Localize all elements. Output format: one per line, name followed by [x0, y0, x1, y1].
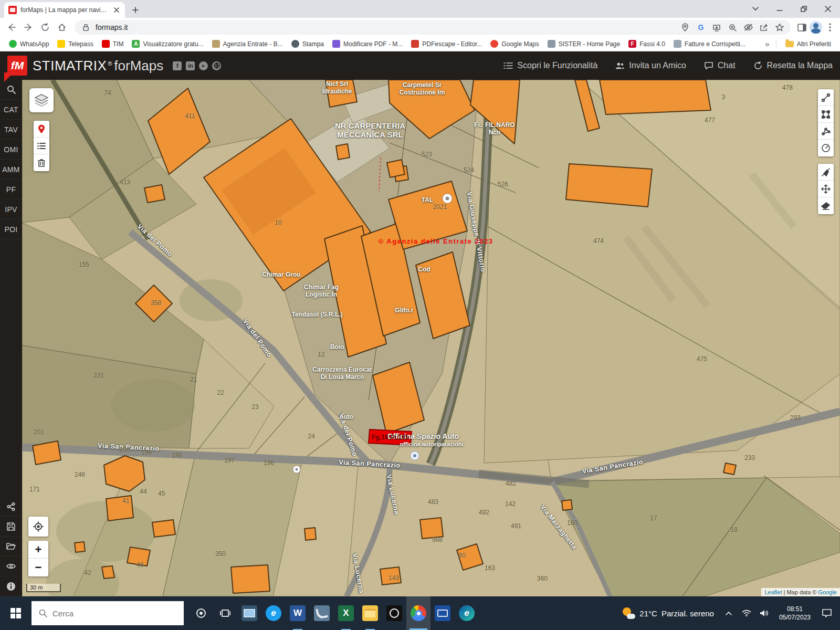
sidebar-item-omi[interactable]: OMI: [0, 140, 22, 160]
menu-reset-map[interactable]: Resetta la Mappa: [753, 61, 833, 70]
taskbar-app-mail-app[interactable]: [430, 596, 455, 630]
bookmark-favicon: F: [628, 40, 636, 48]
pan-move-button[interactable]: [818, 181, 834, 197]
taskbar-app-phone-app[interactable]: [310, 596, 334, 630]
bookmark-item[interactable]: Google Maps: [487, 38, 542, 49]
taskbar-app-folder-app[interactable]: [358, 596, 382, 630]
info-icon[interactable]: [0, 576, 22, 596]
restore-button[interactable]: [792, 0, 816, 18]
taskbar-app-chrome[interactable]: [406, 596, 430, 630]
bookmarks-overflow-chevron[interactable]: »: [760, 39, 774, 48]
browser-tab[interactable]: forMaps | La mappa per navigar: [4, 2, 125, 18]
taskbar-app-internet-explorer[interactable]: e: [261, 596, 286, 630]
taskbar-app-edge[interactable]: e: [455, 596, 479, 630]
trash-button[interactable]: [34, 154, 49, 171]
formaps-logo[interactable]: fM: [7, 56, 27, 76]
reload-button[interactable]: [38, 20, 52, 35]
bookmark-label: Visualizzatore gratu...: [143, 40, 203, 48]
bookmark-item[interactable]: TIM: [98, 38, 128, 49]
save-icon[interactable]: [0, 517, 22, 537]
sidebar-item-amm[interactable]: AMM: [0, 160, 22, 180]
google-g-icon[interactable]: G: [695, 22, 707, 33]
bookmark-item[interactable]: WhatsApp: [5, 38, 52, 49]
new-tab-button[interactable]: [128, 3, 143, 17]
taskbar-search[interactable]: [32, 601, 184, 625]
sidebar-item-cat[interactable]: CAT: [0, 100, 22, 120]
share-map-icon[interactable]: [0, 497, 22, 517]
sidebar-item-poi[interactable]: POI: [0, 219, 22, 239]
eye-off-icon[interactable]: [742, 22, 754, 33]
results-list-button[interactable]: [34, 138, 49, 154]
bookmark-item[interactable]: SISTER - Home Page: [544, 38, 624, 49]
tray-expand-chevron-icon[interactable]: [721, 596, 736, 630]
profile-avatar[interactable]: [810, 21, 822, 34]
bookmark-item[interactable]: Stampa: [288, 38, 328, 49]
bookmark-item[interactable]: Agenzia Entrate - B...: [208, 38, 287, 49]
tab-close-icon[interactable]: [112, 6, 121, 14]
sidebar-item-pf[interactable]: PF: [0, 180, 22, 200]
zoom-out-button[interactable]: −: [28, 559, 48, 576]
menu-invite-friend[interactable]: Invita un Amico: [615, 61, 686, 70]
back-button[interactable]: [4, 20, 19, 35]
website-globe-icon[interactable]: [212, 61, 221, 70]
locate-me-button[interactable]: [28, 517, 48, 537]
other-bookmarks-button[interactable]: Altri Preferiti: [782, 39, 835, 49]
eraser-button[interactable]: [818, 197, 834, 214]
sidebar-item-tav[interactable]: TAV: [0, 120, 22, 140]
zoom-page-icon[interactable]: [727, 22, 738, 33]
measure-line-button[interactable]: [818, 89, 834, 106]
volume-icon[interactable]: [757, 596, 772, 630]
start-button[interactable]: [0, 596, 32, 630]
notification-center-icon[interactable]: [818, 596, 836, 630]
bookmark-item[interactable]: FFassi 4.0: [625, 38, 669, 49]
screen: forMaps | La mappa per navigar: [0, 0, 840, 630]
taskbar-app-this-pc[interactable]: [237, 596, 261, 630]
minimize-button[interactable]: [768, 0, 792, 18]
taskbar-search-input[interactable]: [52, 609, 158, 618]
close-window-button[interactable]: [816, 0, 840, 18]
bookmark-item[interactable]: Telepass: [54, 38, 97, 49]
layers-button[interactable]: [29, 88, 54, 112]
bookmark-item[interactable]: Modificare PDF - M...: [329, 38, 406, 49]
home-button[interactable]: [55, 20, 69, 35]
taskbar-app-camera-app[interactable]: [382, 596, 406, 630]
disable-marker-button[interactable]: [818, 164, 834, 181]
bookmark-item[interactable]: AVisualizzatore gratu...: [128, 38, 207, 49]
menu-discover-features[interactable]: Scopri le Funzionalità: [503, 61, 597, 70]
google-link[interactable]: Google: [818, 589, 837, 595]
tab-search-chevron-icon[interactable]: [743, 0, 768, 18]
bookmark-item[interactable]: Fatture e Corrispetti...: [670, 38, 749, 49]
address-bar[interactable]: formaps.it G: [75, 20, 791, 35]
zoom-in-button[interactable]: +: [28, 541, 48, 559]
leaflet-link[interactable]: Leaflet: [764, 589, 782, 595]
location-pin-icon[interactable]: [679, 22, 691, 33]
browser-menu-icon[interactable]: [824, 22, 836, 33]
measure-circle-button[interactable]: [818, 140, 834, 156]
measure-polygon-button[interactable]: [818, 123, 834, 140]
share-icon[interactable]: [758, 22, 770, 33]
side-panel-icon[interactable]: [796, 22, 807, 33]
map-canvas[interactable]: Via del PomoVia del PomoVia del PomoVia …: [22, 80, 840, 596]
visibility-eye-icon[interactable]: [0, 556, 22, 576]
taskbar-clock[interactable]: 08:51 05/07/2023: [775, 605, 815, 622]
drop-pin-button[interactable]: [34, 121, 49, 138]
open-folder-icon[interactable]: [0, 537, 22, 556]
menu-chat[interactable]: Chat: [704, 61, 736, 70]
bookmark-item[interactable]: PDFescape - Editor...: [407, 38, 486, 49]
wifi-icon[interactable]: [739, 596, 754, 630]
measure-rectangle-button[interactable]: [818, 106, 834, 123]
forward-button[interactable]: [21, 20, 36, 35]
taskbar-weather[interactable]: 21°C Parzial. sereno: [617, 606, 718, 620]
install-app-icon[interactable]: [711, 22, 722, 33]
bookmark-star-icon[interactable]: [774, 22, 785, 33]
sidebar-item-ipv[interactable]: IPV: [0, 200, 22, 219]
task-view-icon[interactable]: [213, 596, 237, 630]
taskbar-app-word[interactable]: W: [286, 596, 310, 630]
youtube-icon[interactable]: ►: [199, 61, 208, 70]
facebook-icon[interactable]: f: [173, 61, 182, 70]
sidebar-search-button[interactable]: [0, 80, 22, 100]
cortana-icon[interactable]: [189, 596, 213, 630]
taskbar-app-excel[interactable]: X: [334, 596, 358, 630]
linkedin-icon[interactable]: in: [186, 61, 195, 70]
weather-icon: [622, 606, 635, 620]
